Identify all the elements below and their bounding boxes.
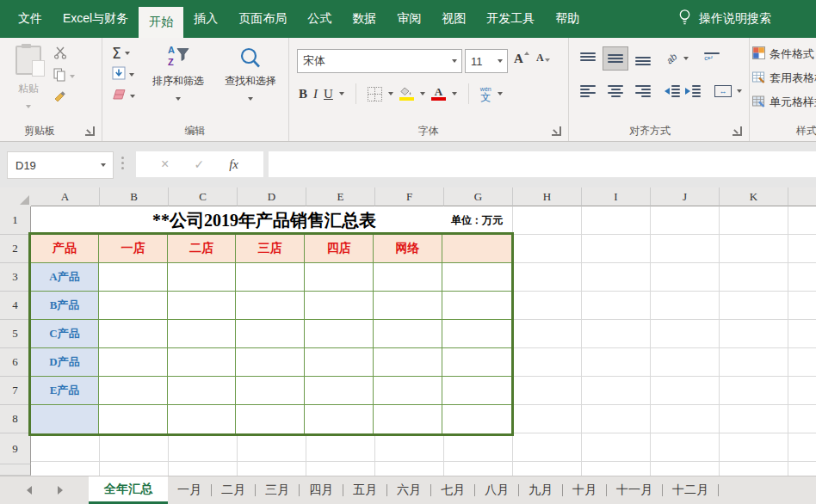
cell[interactable] [442,292,511,320]
merge-center-button[interactable]: ↔ [714,85,732,97]
clear-dropdown[interactable] [130,95,135,98]
align-center-button[interactable] [603,79,628,103]
font-name-dropdown[interactable] [452,59,457,63]
cell[interactable] [442,377,511,405]
cell-styles-button[interactable]: 单元格样式 [752,95,816,110]
sheet-tab-month[interactable]: 三月 [256,476,299,504]
cell[interactable] [374,292,442,320]
product-cell[interactable]: B产品 [31,292,99,320]
column-header[interactable]: E [306,187,375,206]
cell[interactable] [168,405,236,433]
sheet-tab-month[interactable]: 八月 [475,476,518,504]
cell[interactable] [305,292,374,320]
tab-excel-finance[interactable]: Excel与财务 [53,0,139,38]
fill-color-button[interactable] [399,87,414,101]
row-header[interactable]: 1 [0,206,31,235]
align-left-button[interactable] [575,79,601,103]
sheet-tab-month[interactable]: 二月 [212,476,255,504]
merge-dropdown[interactable] [737,89,742,93]
cell[interactable] [236,348,305,377]
table-header-cell[interactable]: 一店 [99,235,168,263]
paste-button[interactable]: 粘贴 [9,46,48,112]
cell[interactable] [374,405,442,433]
table-header-cell[interactable]: 产品 [31,235,99,263]
clipboard-dialog-launcher[interactable] [85,126,95,136]
align-top-button[interactable] [575,46,601,71]
column-header[interactable]: C [169,187,238,206]
cell[interactable] [168,348,236,377]
cell[interactable] [168,320,236,348]
prev-sheet-arrow-icon[interactable] [27,486,32,495]
select-all-corner[interactable] [0,187,32,207]
wrap-text-button[interactable]: c↵ [704,52,720,65]
sort-filter-button[interactable]: A Z 排序和筛选 [143,45,213,104]
table-header-cell[interactable]: 二店 [168,235,236,263]
unit-cell[interactable]: 单位：万元 [442,206,511,235]
paste-dropdown[interactable] [26,105,31,108]
cancel-icon[interactable]: × [161,157,169,172]
sheet-tab-month[interactable]: 十月 [563,476,606,504]
bold-button[interactable]: B [299,87,307,101]
cell[interactable] [99,348,168,377]
align-middle-button[interactable] [603,46,628,71]
column-header[interactable]: B [100,187,169,206]
insert-function-icon[interactable]: fx [229,157,238,172]
column-header[interactable]: D [238,187,306,206]
cell[interactable] [99,320,168,348]
tab-formulas[interactable]: 公式 [297,0,342,38]
product-cell[interactable]: A产品 [31,263,99,292]
enter-icon[interactable]: ✓ [194,157,204,171]
underline-button[interactable]: U [324,87,333,101]
copy-button[interactable] [53,69,75,83]
orientation-dropdown[interactable] [683,57,689,60]
cell[interactable] [168,377,236,405]
cell[interactable] [236,377,305,405]
cell[interactable] [236,263,305,292]
sheet-tab-month[interactable]: 九月 [519,476,562,504]
borders-icon[interactable] [368,87,382,101]
product-cell[interactable]: D产品 [31,348,99,377]
sheet-tab-month[interactable]: 六月 [387,476,430,504]
cell[interactable] [99,377,168,405]
cell[interactable] [168,292,236,320]
cell[interactable] [305,320,374,348]
cell[interactable] [374,377,442,405]
table-header-cell[interactable]: 三店 [236,235,305,263]
tell-me-search[interactable]: 操作说明搜索 [678,0,771,38]
shrink-font-button[interactable]: A [536,52,550,65]
sheet-tab-month[interactable]: 四月 [300,476,343,504]
cell[interactable] [236,292,305,320]
cell[interactable] [442,405,511,433]
column-header[interactable]: H [513,187,582,206]
phonetic-button[interactable]: wén 文 [480,86,491,102]
orientation-button[interactable]: ab [665,51,679,65]
fill-color-dropdown[interactable] [420,92,425,95]
row-header[interactable]: 6 [0,348,31,377]
cell[interactable] [442,320,511,348]
column-header[interactable]: I [582,187,651,206]
column-header[interactable] [788,187,816,206]
next-sheet-arrow-icon[interactable] [58,486,63,495]
copy-dropdown[interactable] [70,75,75,78]
cell[interactable] [442,348,511,377]
fill-button[interactable] [112,67,135,82]
sheet-tab-month[interactable]: 十一月 [607,476,662,504]
cell[interactable] [99,263,168,292]
clear-button[interactable] [112,89,135,103]
tab-insert[interactable]: 插入 [183,0,228,38]
tab-developer[interactable]: 开发工具 [476,0,545,38]
format-painter-button[interactable] [53,91,75,106]
cut-button[interactable] [53,46,75,61]
cell[interactable] [168,263,236,292]
align-bottom-button[interactable] [630,46,656,71]
find-select-dropdown[interactable] [248,97,253,101]
row-header[interactable]: 2 [0,235,31,263]
grow-font-button[interactable]: A [514,52,529,66]
font-color-button[interactable]: A [431,87,446,101]
product-cell[interactable]: E产品 [31,377,99,405]
cell[interactable] [236,405,305,433]
phonetic-dropdown[interactable] [498,92,503,95]
cell[interactable] [236,320,305,348]
row-header[interactable] [0,464,31,476]
autosum-dropdown[interactable] [125,52,130,55]
